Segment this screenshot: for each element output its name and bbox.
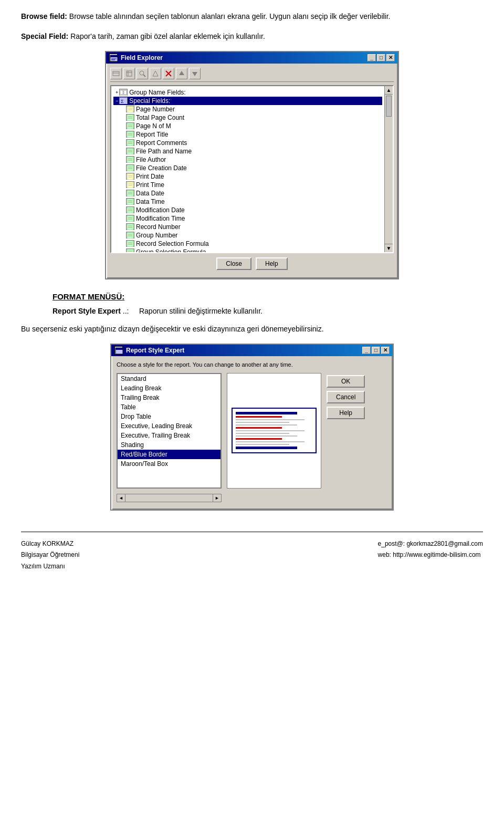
tree-item-label: Page N of M xyxy=(136,122,171,130)
horizontal-scrollbar[interactable]: ◄ ► xyxy=(117,494,222,502)
tree-item-total-page-count[interactable]: Total Page Count xyxy=(113,113,382,122)
toolbar-btn-up[interactable] xyxy=(176,68,187,79)
rse-cancel-button[interactable]: Cancel xyxy=(327,391,365,403)
tree-item-group-selection-formula[interactable]: Group Selection Formula xyxy=(113,248,382,253)
scroll-right-button[interactable]: ► xyxy=(213,494,221,502)
preview-gray-line-3 xyxy=(236,424,297,426)
style-red-blue-border[interactable]: Red/Blue Border xyxy=(118,450,220,459)
tree-item-print-time[interactable]: Print Time xyxy=(113,181,382,189)
browse-field-text: Browse table alınından seçilen tablonun … xyxy=(69,12,391,20)
tree-item-modification-date[interactable]: Modification Date xyxy=(113,206,382,214)
tree-item-page-number[interactable]: Page Number xyxy=(113,105,382,113)
scroll-track xyxy=(385,95,393,244)
style-drop-table[interactable]: Drop Table xyxy=(118,412,220,421)
help-button[interactable]: Help xyxy=(256,257,288,270)
tree-item-label: Page Number xyxy=(136,106,175,113)
tree-item-label: Print Date xyxy=(136,173,164,180)
toolbar-btn-3[interactable] xyxy=(136,68,148,79)
style-executive-leading-break[interactable]: Executive, Leading Break xyxy=(118,421,220,431)
style-shading[interactable]: Shading xyxy=(118,440,220,450)
scroll-up-button[interactable]: ▲ xyxy=(385,86,393,95)
db-icon xyxy=(126,122,134,129)
tree-item-data-time[interactable]: Data Time xyxy=(113,198,382,206)
footer-expertise: Yazılım Uzmanı xyxy=(21,561,79,573)
report-style-desc: Raporun stilini değiştirmekte kullanılır… xyxy=(139,307,262,315)
tree-item-record-selection-formula[interactable]: Record Selection Formula xyxy=(113,240,382,248)
toolbar-btn-1[interactable] xyxy=(110,68,122,79)
toolbar-btn-delete[interactable] xyxy=(163,68,174,79)
db-icon xyxy=(126,215,134,222)
svg-rect-39 xyxy=(127,157,133,163)
tree-item-file-path-and-name[interactable]: File Path and Name xyxy=(113,147,382,155)
style-trailing-break[interactable]: Trailing Break xyxy=(118,393,220,402)
tree-item-file-author[interactable]: File Author xyxy=(113,155,382,164)
tree-item-modification-time[interactable]: Modification Time xyxy=(113,214,382,223)
tree-item-group-number[interactable]: Group Number xyxy=(113,231,382,240)
style-standard[interactable]: Standard xyxy=(118,374,220,383)
preview-red-line-3 xyxy=(236,438,282,440)
tree-view[interactable]: + Group Name Fields: − Σ Special Fields: xyxy=(110,85,394,253)
tree-item-label: File Path and Name xyxy=(136,148,192,155)
tree-item-print-date[interactable]: Print Date xyxy=(113,172,382,181)
toolbar-btn-2[interactable] xyxy=(123,68,135,79)
dialog-icon xyxy=(109,54,118,62)
db-icon xyxy=(126,198,134,205)
preview-gray-line-7 xyxy=(236,441,304,442)
tree-item-special-fields[interactable]: − Σ Special Fields: xyxy=(113,97,382,105)
report-style-expert-dialog: Report Style Expert _ □ ✕ Choose a style… xyxy=(110,344,394,511)
tree-item-report-comments[interactable]: Report Comments xyxy=(113,139,382,147)
rse-help-button[interactable]: Help xyxy=(327,407,365,419)
toolbar-btn-down[interactable] xyxy=(189,68,201,79)
db-icon xyxy=(126,240,134,247)
style-executive-trailing-break[interactable]: Executive, Trailing Break xyxy=(118,431,220,440)
toolbar xyxy=(110,68,394,82)
svg-rect-60 xyxy=(127,215,133,222)
maximize-button[interactable]: □ xyxy=(377,54,385,61)
page-footer: Gülcay KORKMAZ Bilgisayar Öğretmeni Yazı… xyxy=(21,532,483,573)
close-dialog-button[interactable]: Close xyxy=(216,257,251,270)
tree-item-page-n-of-m[interactable]: Page N of M xyxy=(113,122,382,130)
toolbar-btn-4[interactable] xyxy=(150,68,161,79)
style-leading-break[interactable]: Leading Break xyxy=(118,383,220,393)
tree-item-label: Data Time xyxy=(136,198,165,205)
tree-item-group-name-fields[interactable]: + Group Name Fields: xyxy=(113,88,382,97)
field-explorer-dialog: Field Explorer _ □ ✕ xyxy=(105,51,399,279)
styles-list[interactable]: Standard Leading Break Trailing Break Ta… xyxy=(117,373,222,489)
tree-item-file-creation-date[interactable]: File Creation Date xyxy=(113,164,382,172)
db-icon xyxy=(126,164,134,171)
rse-maximize-button[interactable]: □ xyxy=(372,347,380,354)
rse-ok-button[interactable]: OK xyxy=(327,375,365,388)
preview-header-line xyxy=(236,412,297,414)
tree-item-record-number[interactable]: Record Number xyxy=(113,223,382,231)
tree-item-label: Group Name Fields: xyxy=(129,89,185,96)
scroll-down-button[interactable]: ▼ xyxy=(385,244,393,252)
style-preview xyxy=(227,373,321,489)
footer-title: Bilgisayar Öğretmeni xyxy=(21,549,79,561)
svg-rect-18 xyxy=(124,90,127,95)
tree-item-label: Print Time xyxy=(136,181,164,189)
svg-rect-21 xyxy=(127,106,133,112)
tree-item-data-date[interactable]: Data Date xyxy=(113,189,382,198)
preview-gray-line-6 xyxy=(236,435,297,437)
minimize-button[interactable]: _ xyxy=(368,54,376,61)
scroll-left-button[interactable]: ◄ xyxy=(117,494,125,502)
tree-item-report-title[interactable]: Report Title xyxy=(113,130,382,139)
rse-minimize-button[interactable]: _ xyxy=(362,347,371,354)
style-maroon-teal-box[interactable]: Maroon/Teal Box xyxy=(118,459,220,469)
rse-close-button[interactable]: ✕ xyxy=(381,347,390,354)
svg-rect-1 xyxy=(110,55,118,57)
svg-text:Σ: Σ xyxy=(121,99,124,104)
db-icon xyxy=(126,206,134,213)
close-button[interactable]: ✕ xyxy=(386,54,395,61)
scrollbar[interactable]: ▲ ▼ xyxy=(384,86,393,252)
svg-rect-69 xyxy=(127,241,133,247)
tree-item-label: File Creation Date xyxy=(136,164,187,172)
svg-rect-54 xyxy=(127,199,133,205)
special-icon: Σ xyxy=(119,97,128,104)
scroll-thumb[interactable] xyxy=(386,96,392,117)
db-icon xyxy=(126,190,134,196)
style-table[interactable]: Table xyxy=(118,402,220,412)
browse-field-paragraph: Browse field: Browse table alınından seç… xyxy=(21,11,483,22)
preview-gray-line-1 xyxy=(236,419,304,420)
svg-marker-11 xyxy=(153,71,158,76)
